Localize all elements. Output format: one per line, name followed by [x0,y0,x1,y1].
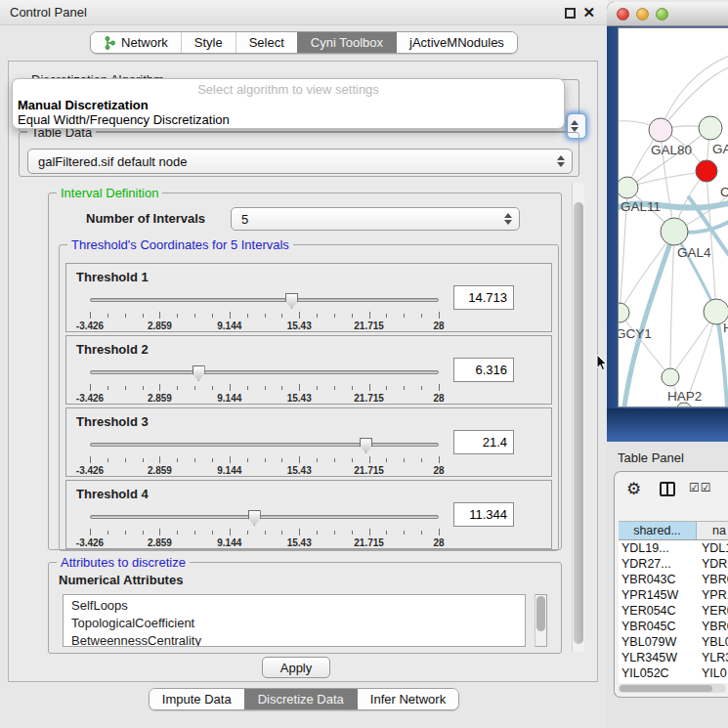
slider-tick-labels: -3.4262.8599.14415.4321.71528 [90,393,439,405]
tab-infer-network[interactable]: Infer Network [357,689,458,709]
gear-icon[interactable]: ⚙ [626,479,641,499]
network-window-titlebar[interactable] [607,2,728,26]
spinner-arrows-icon [570,120,578,132]
node-label: GA [712,142,728,156]
node-hap2[interactable] [662,368,679,386]
control-panel-titlebar: Control Panel ✕ [0,0,608,25]
column-header-shared-name[interactable]: shared... [619,522,697,539]
tab-style[interactable]: Style [181,32,236,53]
zoom-traffic-light[interactable] [656,8,668,21]
table-row[interactable]: YBR045CYBR0 [619,619,728,634]
slider-thumb[interactable] [285,293,298,309]
node[interactable] [619,303,629,322]
node-label: GAL80 [651,143,692,157]
list-item[interactable]: SelfLoops [71,597,525,615]
node-label: H [723,321,728,335]
number-of-intervals-combo[interactable]: 5 [231,207,520,231]
slider-tick-labels: -3.4262.8599.14415.4321.71528 [90,537,439,549]
threshold-3-slider[interactable]: -3.4262.8599.14415.4321.71528 [90,438,439,477]
scrollbar-thumb[interactable] [620,685,712,692]
group-title: Interval Definition [57,186,162,200]
dropdown-hint: Select algorithm to view settings [13,82,564,97]
group-title: Threshold's Coordinates for 5 Intervals [67,237,293,252]
table-row[interactable]: YER054CYER0 [619,603,728,619]
threshold-1-slider[interactable]: -3.4262.8599.14415.4321.71528 [90,293,439,332]
table-row[interactable]: YDR27...YDR2 [619,556,728,572]
node-label: GCY1 [619,326,652,341]
settings-vertical-scrollbar[interactable] [572,183,584,652]
column-header-name[interactable]: na [712,522,726,539]
slider-tick-labels: -3.4262.8599.14415.4321.71528 [90,465,439,477]
slider-track[interactable] [90,370,439,374]
network-canvas[interactable]: GAL80 GA GAL11 C GAL4 GCY1 H HAP2 [618,27,728,407]
attributes-group: Attributes to discretize Numerical Attri… [48,562,562,654]
attributes-list[interactable]: SelfLoops TopologicalCoefficient Between… [63,594,526,647]
slider-ticks [90,312,439,321]
slider-thumb[interactable] [360,438,372,453]
dropdown-option-equal-width[interactable]: Equal Width/Frequency Discretization [18,112,230,127]
node-selected-red[interactable] [696,160,717,182]
apply-button[interactable]: Apply [262,657,330,678]
thresholds-group: Threshold's Coordinates for 5 Intervals … [59,244,559,551]
tab-cyni-toolbox[interactable]: Cyni Toolbox [297,32,396,53]
numerical-attributes-heading: Numerical Attributes [59,573,183,587]
table-data-combo-value: galFiltered.sif default node [38,154,187,169]
slider-thumb[interactable] [193,365,205,381]
threshold-2-slider[interactable]: -3.4262.8599.14415.4321.71528 [90,365,439,405]
top-tab-bar: Network Style Select Cyni Toolbox jActiv… [0,31,608,54]
cyni-toolbox-panel: Discretization Algorithm Table Data galF… [8,61,598,682]
table-row[interactable]: YIL052CYIL0 [619,665,728,681]
table-data-group: Table Data galFiltered.sif default node [19,132,579,177]
close-icon[interactable]: ✕ [582,4,595,21]
tab-impute-data[interactable]: Impute Data [150,689,244,709]
list-item[interactable]: BetweennessCentrality [71,632,525,647]
table-row[interactable]: YBL079WYBL0 [619,634,728,650]
table-horizontal-scrollbar[interactable] [619,684,726,693]
settings-scroll-area: Interval Definition Number of Intervals … [13,183,585,654]
close-traffic-light[interactable] [617,8,629,21]
scrollbar-thumb[interactable] [574,202,583,644]
table-row[interactable]: YPR145WYPR1 [619,587,728,603]
node[interactable] [699,116,722,140]
interval-definition-group: Interval Definition Number of Intervals … [48,193,562,550]
threshold-1-panel: Threshold 1 -3.4262.8599.14415.4321.7152… [65,263,552,332]
tab-network[interactable]: Network [91,32,181,53]
columns-icon[interactable] [660,482,675,496]
checkboxes-icon[interactable]: ☑☑ [689,481,712,494]
scrollbar-thumb[interactable] [536,596,545,631]
threshold-4-value-field[interactable] [453,502,514,527]
slider-track[interactable] [90,443,439,447]
attributes-list-scrollbar[interactable] [535,594,547,647]
table-row[interactable]: YBR043CYBR0 [619,572,728,587]
tab-select[interactable]: Select [236,32,297,53]
threshold-3-value-field[interactable] [453,430,514,454]
dropdown-option-manual-discretization[interactable]: Manual Discretization [18,98,149,112]
slider-thumb[interactable] [248,510,261,526]
float-window-icon[interactable] [565,8,576,19]
minimize-traffic-light[interactable] [636,8,649,21]
node[interactable] [649,118,672,142]
node-gal4[interactable] [661,218,688,245]
table-row[interactable]: YLR345WYLR3 [619,650,728,665]
tab-network-label: Network [121,35,168,50]
slider-track[interactable] [90,515,439,519]
list-item[interactable]: TopologicalCoefficient [71,615,525,632]
threshold-4-panel: Threshold 4 -3.4262.8599.14415.4321.7152… [65,480,552,549]
tab-jactivemnodules[interactable]: jActiveMNodules [396,32,517,53]
bottom-tab-bar: Impute Data Discretize Data Infer Networ… [0,688,608,710]
algorithm-dropdown-popup: Select algorithm to view settings Manual… [12,78,565,129]
threshold-2-value-field[interactable] [453,358,514,382]
table-panel-box: ⚙ ☑☑ shared... na YDL19...YDL1 YDR27...Y… [614,471,728,698]
network-window-frame [607,408,728,442]
tab-discretize-data[interactable]: Discretize Data [244,689,357,709]
slider-track[interactable] [90,298,439,302]
node-label: C [720,185,728,199]
node[interactable] [619,177,638,198]
threshold-1-value-field[interactable] [453,285,514,310]
table-row[interactable]: YDL19...YDL1 [619,540,728,556]
panel-title: Control Panel [10,5,87,20]
threshold-4-slider[interactable]: -3.4262.8599.14415.4321.71528 [90,510,439,549]
slider-ticks [90,529,439,537]
group-title: Attributes to discretize [57,555,190,570]
table-data-combo[interactable]: galFiltered.sif default node [27,149,573,174]
